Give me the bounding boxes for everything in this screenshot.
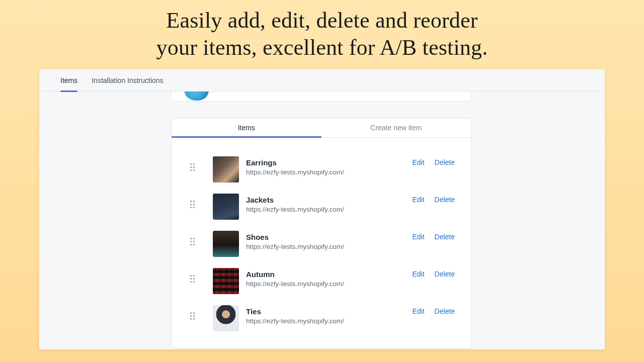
- delete-link[interactable]: Delete: [435, 307, 455, 315]
- top-tab-installation-label: Installation Instructions: [92, 76, 163, 84]
- item-title: Autumn: [246, 270, 405, 279]
- item-url: https://ezfy-tests.myshopify.com/: [246, 280, 405, 288]
- item-thumbnail: [213, 194, 239, 220]
- item-thumbnail: [213, 156, 239, 183]
- list-item: Autumn https://ezfy-tests.myshopify.com/…: [188, 262, 455, 300]
- edit-link[interactable]: Edit: [412, 196, 424, 204]
- hero-line-2: your items, excellent for A/B testing.: [156, 35, 488, 60]
- top-tab-items[interactable]: Items: [60, 69, 77, 92]
- item-thumbnail: [213, 268, 239, 294]
- edit-link[interactable]: Edit: [412, 233, 424, 241]
- item-title: Jackets: [246, 196, 405, 204]
- list-item: Jackets https://ezfy-tests.myshopify.com…: [188, 188, 455, 225]
- hero-heading: Easily add, edit, delete and reorder you…: [0, 0, 644, 70]
- delete-link[interactable]: Delete: [435, 270, 455, 278]
- item-text: Autumn https://ezfy-tests.myshopify.com/: [246, 268, 405, 288]
- item-text: Jackets https://ezfy-tests.myshopify.com…: [246, 194, 405, 213]
- drag-handle-icon[interactable]: [188, 194, 197, 208]
- delete-link[interactable]: Delete: [435, 158, 455, 166]
- item-actions: Edit Delete: [412, 231, 455, 241]
- item-title: Earrings: [246, 158, 405, 167]
- item-thumbnail: [213, 231, 239, 257]
- item-actions: Edit Delete: [412, 268, 455, 278]
- top-tab-items-label: Items: [60, 76, 77, 84]
- card-tab-create[interactable]: Create new item: [321, 119, 471, 137]
- drag-handle-icon[interactable]: [188, 231, 197, 245]
- items-list: Earrings https://ezfy-tests.myshopify.co…: [172, 138, 471, 348]
- items-card: Items Create new item Earrings https://e…: [171, 118, 471, 348]
- drag-handle-icon[interactable]: [188, 156, 197, 171]
- item-title: Shoes: [246, 233, 405, 241]
- app-window: Items Installation Instructions Items Cr…: [39, 69, 605, 349]
- drag-handle-icon[interactable]: [188, 268, 197, 283]
- item-url: https://ezfy-tests.myshopify.com/: [246, 168, 405, 176]
- item-actions: Edit Delete: [412, 305, 455, 315]
- item-actions: Edit Delete: [412, 194, 455, 204]
- list-item: Shoes https://ezfy-tests.myshopify.com/ …: [188, 225, 455, 262]
- delete-link[interactable]: Delete: [435, 233, 455, 241]
- content-area: Items Create new item Earrings https://e…: [171, 92, 471, 348]
- item-title: Ties: [246, 307, 405, 316]
- hero-line-1: Easily add, edit, delete and reorder: [166, 8, 477, 33]
- item-thumbnail: [213, 305, 239, 331]
- logo-icon: [185, 92, 209, 101]
- card-tab-create-label: Create new item: [370, 124, 422, 132]
- list-item: Earrings https://ezfy-tests.myshopify.co…: [188, 151, 455, 188]
- item-url: https://ezfy-tests.myshopify.com/: [246, 206, 405, 213]
- edit-link[interactable]: Edit: [412, 158, 424, 166]
- edit-link[interactable]: Edit: [412, 270, 424, 278]
- top-nav-tabs: Items Installation Instructions: [39, 69, 605, 92]
- item-text: Earrings https://ezfy-tests.myshopify.co…: [246, 156, 405, 176]
- card-tab-items-label: Items: [238, 124, 255, 132]
- edit-link[interactable]: Edit: [412, 307, 424, 315]
- list-item: Ties https://ezfy-tests.myshopify.com/ E…: [188, 300, 455, 337]
- item-text: Ties https://ezfy-tests.myshopify.com/: [246, 305, 405, 325]
- delete-link[interactable]: Delete: [435, 196, 455, 204]
- item-actions: Edit Delete: [412, 156, 455, 166]
- item-url: https://ezfy-tests.myshopify.com/: [246, 317, 405, 325]
- drag-handle-icon[interactable]: [188, 305, 197, 320]
- item-url: https://ezfy-tests.myshopify.com/: [246, 243, 405, 250]
- card-tab-items[interactable]: Items: [172, 119, 321, 137]
- item-text: Shoes https://ezfy-tests.myshopify.com/: [246, 231, 405, 250]
- card-tabs: Items Create new item: [172, 119, 471, 138]
- previous-card-stub: [171, 92, 471, 102]
- top-tab-installation[interactable]: Installation Instructions: [92, 69, 163, 92]
